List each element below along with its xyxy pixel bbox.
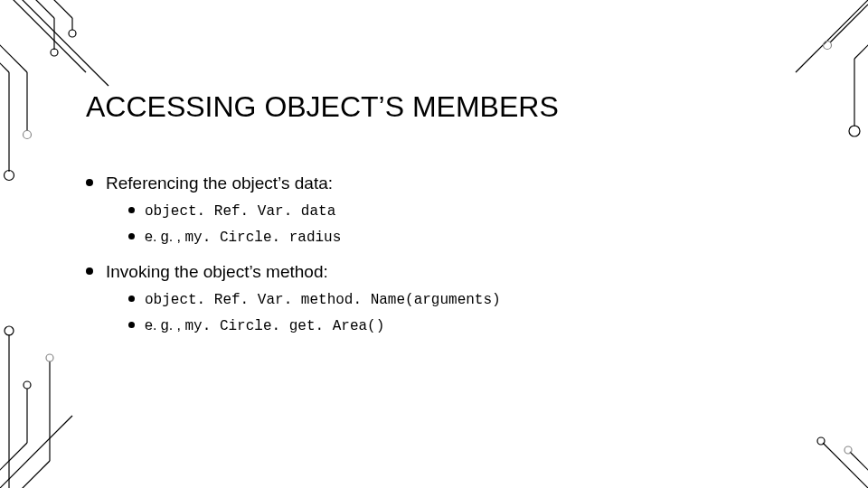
svg-line-15: [796, 0, 868, 72]
svg-line-21: [0, 416, 72, 488]
decor-bottom-right: [760, 416, 868, 488]
sub-code: my. Circle. radius: [184, 230, 341, 246]
bullet-label: Invoking the object’s method:: [106, 262, 328, 281]
slide-content: ACCESSING OBJECT’S MEMBERS Referencing t…: [86, 90, 814, 351]
svg-line-18: [854, 36, 868, 59]
svg-line-25: [14, 461, 50, 488]
svg-point-33: [844, 446, 852, 454]
bullet-item: Invoking the object’s method: object. Re…: [86, 262, 814, 334]
sub-code: object. Ref. Var. method. Name(arguments…: [145, 292, 501, 308]
svg-point-11: [24, 131, 32, 139]
svg-line-12: [0, 54, 9, 72]
svg-point-24: [24, 381, 31, 389]
sub-item: e. g. , my. Circle. radius: [128, 229, 814, 246]
sub-list: object. Ref. Var. method. Name(arguments…: [106, 291, 814, 334]
sub-code: my. Circle. get. Area(): [184, 318, 384, 334]
svg-line-0: [5, 0, 86, 72]
sub-prefix: e. g. ,: [145, 317, 184, 333]
svg-line-16: [830, 5, 868, 42]
sub-item: object. Ref. Var. method. Name(arguments…: [128, 291, 814, 308]
svg-line-30: [823, 443, 868, 488]
svg-line-9: [0, 36, 27, 72]
sub-item: e. g. , my. Circle. get. Area(): [128, 317, 814, 334]
bullet-list: Referencing the object’s data: object. R…: [86, 174, 814, 334]
sub-code: object. Ref. Var. data: [145, 203, 335, 220]
svg-point-29: [5, 326, 14, 335]
svg-line-1: [14, 0, 108, 86]
slide-title: ACCESSING OBJECT’S MEMBERS: [86, 90, 814, 124]
sub-list: object. Ref. Var. data e. g. , my. Circl…: [106, 202, 814, 246]
svg-point-20: [849, 126, 860, 136]
bullet-item: Referencing the object’s data: object. R…: [86, 174, 814, 246]
svg-point-14: [5, 171, 14, 181]
svg-point-27: [46, 354, 53, 361]
sub-item: object. Ref. Var. data: [128, 202, 814, 220]
svg-line-32: [850, 452, 868, 479]
bullet-label: Referencing the object’s data:: [106, 174, 333, 192]
svg-point-8: [69, 30, 76, 37]
svg-point-17: [824, 42, 832, 50]
svg-line-22: [0, 443, 27, 479]
svg-line-6: [45, 0, 72, 18]
sub-prefix: e. g. ,: [145, 229, 184, 244]
svg-point-31: [817, 437, 825, 445]
svg-line-2: [27, 0, 54, 18]
svg-point-5: [51, 49, 58, 56]
